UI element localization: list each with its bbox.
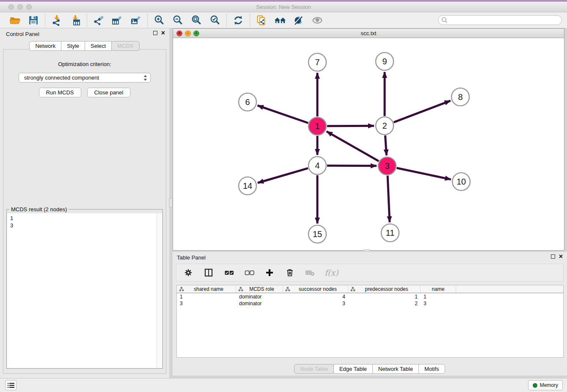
graph-node-10[interactable]: 10 [452, 173, 470, 190]
show-hide-annotations-button[interactable] [293, 14, 305, 26]
delete-table-button[interactable] [304, 267, 316, 279]
apply-layout-button[interactable] [232, 14, 244, 26]
export-table-button[interactable] [111, 14, 123, 26]
export-network-button[interactable] [93, 14, 105, 26]
cell-successor-nodes: 4 [283, 294, 348, 300]
close-network-icon[interactable]: ✕ [176, 30, 182, 36]
houses-icon [274, 15, 286, 26]
graph-edge-3-10[interactable] [397, 168, 451, 179]
function-builder-button[interactable]: f(x) [325, 268, 339, 277]
column-header-name[interactable]: name [421, 285, 456, 293]
graph-edge-4-14[interactable] [258, 168, 308, 183]
graph-node-4[interactable]: 4 [308, 157, 326, 174]
delete-columns-button[interactable] [284, 267, 296, 279]
cell-shared-name: 3 [177, 301, 236, 306]
attribute-settings-button[interactable] [182, 267, 194, 279]
float-panel-icon[interactable] [153, 31, 157, 35]
cell-name: 3 [421, 301, 456, 306]
graph-node-2[interactable]: 2 [376, 117, 394, 135]
svg-text:9: 9 [382, 57, 387, 66]
column-header-predecessor-nodes[interactable]: predecessor nodes [348, 285, 421, 293]
memory-button[interactable]: Memory [528, 380, 563, 390]
table-mode-button[interactable] [203, 267, 215, 279]
minimize-network-icon[interactable]: − [185, 30, 191, 36]
zoom-window-button[interactable] [26, 4, 32, 10]
float-table-panel-icon[interactable] [551, 254, 555, 259]
maximize-network-icon[interactable]: + [193, 30, 199, 36]
tab-network[interactable]: Network [29, 41, 61, 51]
export-network-icon [93, 15, 104, 26]
import-table-icon [70, 15, 81, 26]
graph-node-8[interactable]: 8 [451, 88, 469, 106]
close-window-button[interactable] [8, 4, 14, 10]
close-panel-button[interactable]: Close panel [87, 88, 131, 97]
graph-edge-1-2[interactable] [327, 126, 374, 126]
column-header-mcds-role[interactable]: MCDS role [236, 285, 283, 293]
select-all-button[interactable] [223, 267, 235, 279]
create-column-button[interactable] [264, 267, 275, 279]
graph-edge-3-11[interactable] [388, 176, 390, 222]
graph-edge-2-3[interactable] [385, 135, 386, 155]
show-hide-graphics-button[interactable] [311, 14, 323, 26]
window-traffic-lights[interactable] [8, 4, 32, 10]
zoom-in-button[interactable] [153, 14, 165, 26]
uncheck-all-icon [244, 268, 255, 277]
fit-content-button[interactable] [190, 14, 202, 26]
export-image-button[interactable] [130, 14, 142, 26]
graph-edge-4-3[interactable] [327, 166, 377, 166]
table-panel: Table Panel × [173, 252, 567, 375]
tab-node-table[interactable]: Node Table [294, 364, 334, 374]
tab-network-table[interactable]: Network Table [372, 364, 419, 374]
import-table-button[interactable] [69, 14, 81, 26]
graph-node-9[interactable]: 9 [376, 52, 394, 70]
save-session-button[interactable] [28, 14, 39, 26]
task-history-button[interactable] [5, 380, 17, 390]
first-neighbors-button[interactable] [274, 14, 286, 26]
tab-select[interactable]: Select [85, 41, 112, 51]
graph-edge-2-8[interactable] [394, 101, 451, 122]
minimize-window-button[interactable] [17, 4, 23, 10]
close-table-panel-icon[interactable]: × [559, 254, 563, 259]
graph-node-3[interactable]: 3 [378, 157, 396, 175]
graph-node-11[interactable]: 11 [381, 224, 399, 242]
graph-node-1[interactable]: 1 [308, 117, 326, 135]
graph-node-14[interactable]: 14 [239, 177, 256, 195]
graph-edge-3-1[interactable] [327, 131, 379, 161]
titlebar: Session: New Session [0, 2, 567, 12]
column-header-shared-name[interactable]: shared name [177, 285, 236, 293]
tab-edge-table[interactable]: Edge Table [333, 364, 373, 374]
graph-node-6[interactable]: 6 [239, 93, 256, 111]
tab-motifs[interactable]: Motifs [418, 364, 445, 374]
graph-node-15[interactable]: 15 [308, 225, 326, 243]
mcds-result-area[interactable]: 13 [7, 213, 162, 368]
result-scrollbar[interactable] [157, 213, 162, 368]
refresh-icon [233, 15, 244, 26]
clone-network-button[interactable] [256, 14, 267, 26]
zoom-selected-button[interactable] [209, 14, 221, 26]
network-window-title: scc.txt [361, 30, 377, 36]
open-session-button[interactable] [9, 14, 21, 26]
table-tabs: Node TableEdge TableNetwork TableMotifs [173, 364, 567, 374]
run-mcds-button[interactable]: Run MCDS [39, 88, 81, 97]
network-window-controls: ✕ − + [176, 30, 199, 36]
network-canvas[interactable]: 7968124314101511 [173, 39, 564, 250]
plus-icon [265, 268, 274, 277]
zoom-out-button[interactable] [172, 14, 184, 26]
search-input[interactable] [438, 15, 562, 25]
vertical-splitter-handle[interactable] [169, 198, 173, 207]
deselect-all-button[interactable] [243, 267, 255, 279]
criterion-dropdown[interactable]: strongly connected component [19, 73, 151, 83]
table-row[interactable]: 1dominator411 [177, 293, 563, 300]
graph-edge-1-6[interactable] [258, 105, 308, 123]
svg-text:15: 15 [313, 229, 322, 239]
column-header-successor-nodes[interactable]: successor nodes [283, 285, 348, 293]
eye-icon [311, 15, 323, 26]
tab-mcds[interactable]: MCDS [111, 41, 139, 51]
table-row[interactable]: 3dominator323 [177, 300, 563, 307]
network-graph[interactable]: 7968124314101511 [173, 39, 564, 251]
graph-node-7[interactable]: 7 [308, 53, 326, 71]
zoom-selected-icon [209, 15, 220, 26]
close-panel-icon[interactable]: × [161, 30, 165, 36]
tab-style[interactable]: Style [61, 41, 85, 51]
import-network-button[interactable] [51, 14, 63, 26]
